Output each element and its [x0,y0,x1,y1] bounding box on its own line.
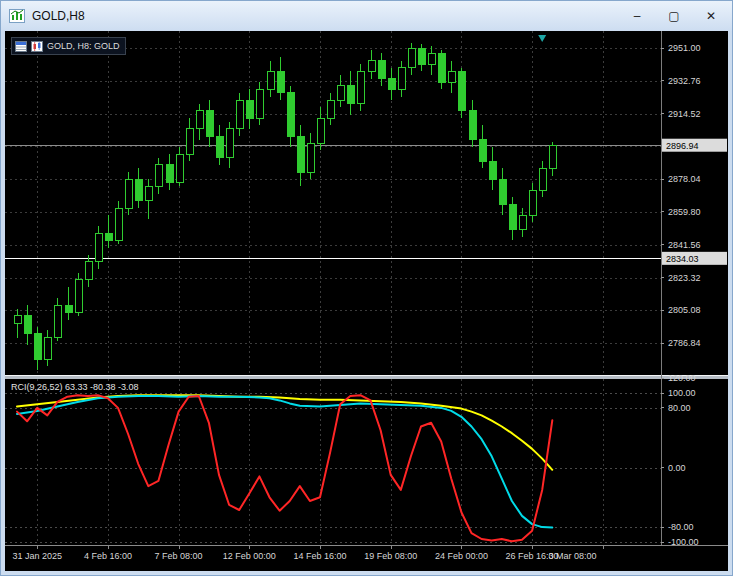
candle [388,79,395,90]
candle [499,179,506,204]
candle [277,71,284,93]
candle [347,86,354,104]
mini-candles-icon[interactable] [31,41,43,52]
candle [145,186,152,200]
candle [418,48,425,64]
candle [14,316,21,323]
candle [75,280,82,312]
candle [519,215,526,229]
candle [458,71,465,111]
chart-canvas[interactable]: 2951.002932.762914.522878.042859.802841.… [5,31,728,571]
candle [155,165,162,187]
indicator-title: RCI(9,26,52) 63.33 -80.38 -3.08 [11,382,139,392]
time-label: 14 Feb 16:00 [293,551,346,561]
time-label: 3 Mar 08:00 [548,551,596,561]
minimize-button[interactable]: – [622,5,652,27]
hline-price-tag: 2834.03 [662,252,727,265]
candle [54,305,61,337]
chart-app-icon [9,8,25,24]
candle [135,179,142,201]
candle [85,262,92,280]
candle [115,208,122,240]
candle [448,71,455,82]
candle [539,168,546,190]
indicator-scale-label: -80.00 [668,522,694,532]
candle [357,71,364,103]
time-label: 7 Feb 08:00 [155,551,203,561]
price-label: 2859.80 [668,207,701,217]
chart-legend: GOLD, H8: GOLD [11,37,126,55]
candle [226,129,233,158]
candle [469,111,476,140]
candle [206,111,213,136]
candle [216,136,223,158]
price-label: 2914.52 [668,109,701,119]
time-label: 31 Jan 2025 [12,551,62,561]
price-label: 2878.04 [668,174,701,184]
quotes-icon[interactable] [15,41,27,52]
candle [176,154,183,183]
candle [368,61,375,72]
price-label: 2823.32 [668,273,701,283]
candle [297,136,304,172]
candle [307,143,314,172]
time-label: 24 Feb 00:00 [435,551,488,561]
candle [44,338,51,360]
title-bar[interactable]: GOLD,H8 – ▢ ✕ [1,1,732,31]
candle [428,53,435,64]
indicator-scale-label: 100.00 [668,388,696,398]
price-label: 2932.76 [668,76,701,86]
maximize-button[interactable]: ▢ [659,5,689,27]
candle [509,204,516,229]
price-label: 2951.00 [668,43,701,53]
candle [267,71,274,89]
time-label: 4 Feb 16:00 [84,551,132,561]
chart-client-area: 2951.002932.762914.522878.042859.802841.… [5,31,728,571]
candle [236,100,243,129]
candle [489,161,496,179]
close-button[interactable]: ✕ [696,5,726,27]
candle [479,140,486,162]
price-label: 2786.84 [668,338,701,348]
hline-price-tag-text: 2834.03 [666,254,699,264]
candle [337,86,344,100]
indicator-scale-label: 120.00 [668,373,696,383]
indicator-scale-label: 0.00 [668,463,686,473]
chart-background [5,31,728,571]
mt4-chart-window: GOLD,H8 – ▢ ✕ 2951.002932.762914.522878.… [0,0,733,576]
indicator-scale-label: 80.00 [668,403,691,413]
candle [398,68,405,90]
candle [327,100,334,118]
candle [317,118,324,143]
candle [65,305,72,312]
candle [549,145,556,168]
candle [125,179,132,208]
candle [196,111,203,129]
window-title: GOLD,H8 [32,9,85,23]
candle [105,233,112,240]
current-price-tag-text: 2896.94 [666,141,699,151]
time-label: 12 Feb 00:00 [223,551,276,561]
candle [246,100,253,118]
candle [34,334,41,359]
candle [186,129,193,154]
candle [95,233,102,262]
current-price-tag: 2896.94 [662,139,727,152]
candle [378,61,385,79]
time-label: 19 Feb 08:00 [364,551,417,561]
price-label: 2805.08 [668,305,701,315]
legend-label: GOLD, H8: GOLD [47,41,120,51]
candle [166,165,173,183]
candle [408,48,415,68]
candle [438,53,445,82]
candle [256,89,263,118]
candle [287,93,294,136]
candle [24,316,31,334]
candle [529,190,536,215]
price-label: 2841.56 [668,240,701,250]
